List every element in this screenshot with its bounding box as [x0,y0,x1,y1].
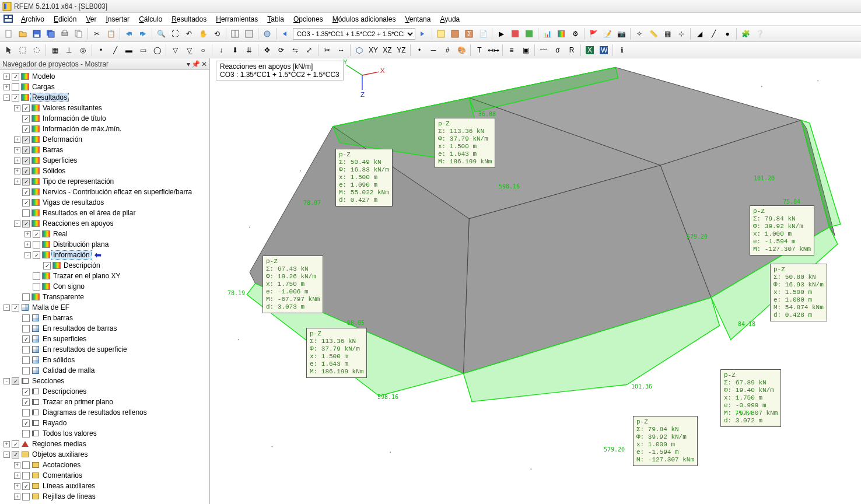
deform-button[interactable]: 〰 [537,44,550,57]
tree-checkbox[interactable] [22,472,30,480]
tree-checkbox[interactable] [43,262,51,270]
render-mode-button[interactable] [261,27,274,40]
tree-checkbox[interactable] [22,188,30,196]
load-node-button[interactable]: ↓ [215,44,228,57]
tree-checkbox[interactable] [22,409,30,416]
tree-node[interactable]: Trazar en el plano XY [0,271,209,281]
loadcase-prev-button[interactable] [279,27,292,40]
tree-checkbox[interactable] [22,398,30,406]
new-node-button[interactable]: • [94,44,107,57]
new-opening-button[interactable]: ◯ [150,44,163,57]
layout-button[interactable] [229,27,242,40]
view-xz-button[interactable]: XZ [381,44,394,57]
tree-node[interactable]: Descripciones [0,386,209,397]
tree-node[interactable]: +Barras [0,145,209,155]
text-button[interactable]: T [473,44,486,57]
navigator-tree[interactable]: +Modelo+Cargas-Resultados+Valores result… [0,70,209,504]
tree-node[interactable]: En resultados de barras [0,323,209,334]
mirror-button[interactable]: ⇋ [289,44,302,57]
extend-button[interactable]: ↔ [335,44,348,57]
load-line-button[interactable]: ⬇ [229,44,242,57]
loadcase-combo[interactable]: CO3 - 1.35*CC1 + 1.5*CC2 + 1.5*CC3 [293,28,415,40]
tree-node[interactable]: +Real [0,229,209,239]
stress-button[interactable]: σ [551,44,564,57]
tree-checkbox[interactable] [12,83,19,91]
tree-checkbox[interactable] [22,346,30,354]
pointer-button[interactable] [2,44,15,57]
tree-node[interactable]: Transparente [0,292,209,302]
tree-node[interactable]: En superficies [0,334,209,344]
tree-node[interactable]: Con signo [0,281,209,292]
tree-node[interactable]: +Deformación [0,134,209,145]
node-button[interactable]: ● [721,27,734,40]
tree-checkbox[interactable] [33,272,40,280]
tb-btn-b[interactable] [523,27,536,40]
support-line-button[interactable]: ▽̲ [183,44,195,57]
layers-button[interactable]: ≡ [505,44,518,57]
tree-checkbox[interactable] [22,136,30,144]
tree-node[interactable]: Trazar en primer plano [0,397,209,407]
panel-dropdown-icon[interactable]: ▾ [187,60,190,68]
tb-btn-a[interactable] [509,27,522,40]
tree-twisty[interactable]: + [14,462,20,468]
tree-twisty[interactable]: + [14,473,20,479]
tree-checkbox[interactable] [22,293,30,301]
view-iso-button[interactable] [353,44,366,57]
viewport-3d[interactable]: Reacciones en apoyos [kN/m] CO3 : 1.35*C… [210,58,861,504]
zoom-extents-button[interactable]: ⛶ [169,27,181,40]
menu-ver[interactable]: Ver [81,14,101,24]
tree-checkbox[interactable] [22,199,30,206]
display-lines-button[interactable]: ─ [427,44,440,57]
cut-button[interactable]: ✂ [90,27,103,40]
tree-twisty[interactable]: + [14,168,20,174]
tree-checkbox[interactable] [22,356,30,364]
tree-twisty[interactable]: - [24,252,31,258]
hinge-button[interactable]: ○ [197,44,209,57]
tree-checkbox[interactable] [12,377,19,385]
tree-twisty[interactable]: - [4,378,10,384]
tree-node[interactable]: +Rejillas de líneas [0,491,209,502]
menu-resultados[interactable]: Resultados [167,14,211,24]
menu-ventana[interactable]: Ventana [400,14,435,24]
rotate-button[interactable]: ⟲ [211,27,223,40]
tree-twisty[interactable]: - [4,304,10,311]
flag-button[interactable]: 🚩 [587,27,600,40]
tree-checkbox[interactable] [22,493,30,501]
paste-button[interactable]: 📋 [104,27,117,40]
open-file-button[interactable] [16,27,29,40]
view-yz-button[interactable]: YZ [395,44,408,57]
tree-checkbox[interactable] [12,304,19,312]
tree-node[interactable]: Información de máx./mín. [0,124,209,134]
tree-twisty[interactable]: + [14,178,20,185]
tree-twisty[interactable]: + [4,74,10,80]
tree-node[interactable]: Rayado [0,418,209,428]
tree-node[interactable]: -Información⬅ [0,250,209,260]
tree-checkbox[interactable] [22,115,30,123]
calc-all-button[interactable]: Σ [463,27,475,40]
tree-checkbox[interactable] [22,325,30,332]
zoom-prev-button[interactable]: ↶ [183,27,195,40]
tree-node[interactable]: +Sólidos [0,166,209,176]
print-button[interactable] [58,27,71,40]
copy-button[interactable] [72,27,85,40]
results-toggle-button[interactable] [435,27,447,40]
tree-checkbox[interactable] [33,283,40,290]
tree-twisty[interactable]: + [4,441,10,447]
word-button[interactable]: W [597,44,610,57]
tree-node[interactable]: Calidad de malla [0,365,209,376]
display-colors-button[interactable]: 🎨 [455,44,468,57]
tree-node[interactable]: -Reacciones en apoyos [0,218,209,229]
tree-node[interactable]: -Secciones [0,376,209,386]
tree-node[interactable]: En sólidos [0,355,209,365]
tree-checkbox[interactable] [22,209,30,217]
info-button[interactable]: ℹ [615,44,628,57]
tree-checkbox[interactable] [22,461,30,469]
tree-node[interactable]: -Malla de EF [0,302,209,313]
measure-button[interactable]: 📏 [647,27,660,40]
tree-node[interactable]: En resultados de superficie [0,344,209,355]
tree-checkbox[interactable] [12,94,19,102]
select-poly-button[interactable] [30,44,43,57]
undo-button[interactable] [123,27,135,40]
tree-node[interactable]: Resultados en el área de pilar [0,208,209,218]
tree-node[interactable]: Descripción [0,260,209,271]
